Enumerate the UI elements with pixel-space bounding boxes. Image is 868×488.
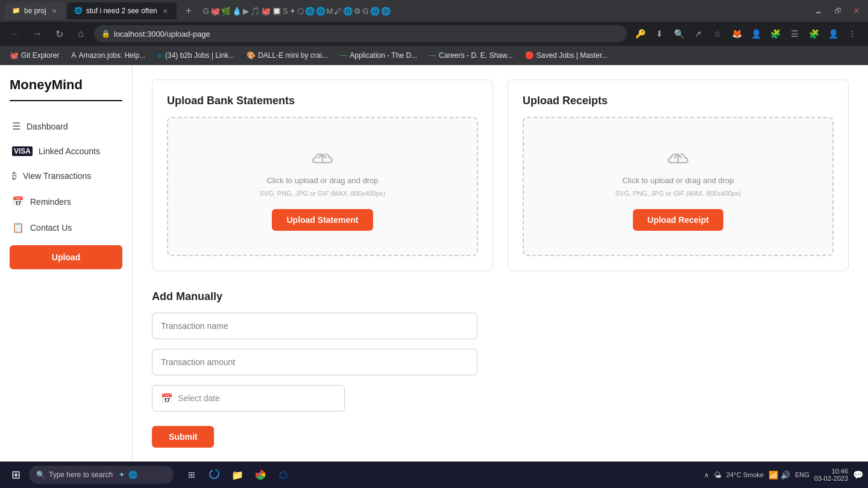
- menu-icon[interactable]: ⋮: [844, 25, 861, 42]
- tray-icon-1: 🌤: [714, 471, 722, 480]
- reminders-icon: 📅: [12, 196, 24, 207]
- upload-cloud-icon: [308, 142, 337, 171]
- taskbar-file-explorer[interactable]: 📁: [227, 464, 248, 486]
- share-icon[interactable]: ↗: [690, 25, 706, 42]
- tab-label: be proj: [24, 7, 46, 15]
- sidebar-nav: ☰ Dashboard VISA Linked Accounts ₿ View …: [10, 113, 122, 240]
- reload-button[interactable]: ↻: [51, 25, 68, 42]
- bookmark-git-explorer[interactable]: 🐙 Git Explorer: [5, 50, 64, 61]
- app-logo: MoneyMind: [10, 77, 122, 101]
- sidebar-item-label-view-transactions: View Transactions: [23, 171, 91, 181]
- home-button[interactable]: ⌂: [72, 25, 89, 42]
- receipts-dropzone[interactable]: Click to upload or drag and drop SVG, PN…: [523, 117, 834, 256]
- contact-icon: 📋: [12, 222, 24, 233]
- date-group: 📅 Select date: [152, 385, 849, 411]
- bookmark-careers[interactable]: — Careers - D. E. Shaw...: [424, 50, 518, 61]
- url-text: localhost:3000/upload-page: [114, 30, 210, 39]
- transaction-amount-input[interactable]: [152, 349, 477, 375]
- bookmark-label-linkedin: (34) b2b Jobs | Link...: [165, 51, 234, 60]
- ext-icon[interactable]: 🧩: [805, 25, 822, 42]
- date-picker[interactable]: 📅 Select date: [152, 385, 345, 411]
- tab-stuf[interactable]: 🌐 stuf i need 2 see often ✕: [67, 2, 177, 19]
- profile-3[interactable]: 🧩: [767, 25, 784, 42]
- date-placeholder-text: Select date: [178, 393, 220, 403]
- tab-be-proj[interactable]: 📁 be proj ✕: [5, 2, 66, 19]
- weather-text: 24°C Smoke: [726, 471, 764, 478]
- tab-icons-row: G 🐙 🌿 💧 ▶ 🎵 🐙 🔲 S ✦ ⬡ 🌐 🌐 M 🖊 🌐 ⚙ G 🌐 🌐: [198, 7, 810, 16]
- upload-bank-statements-card: Upload Bank Statements Click to upload o…: [152, 80, 493, 271]
- bookmark-saved-jobs[interactable]: 🔴 Saved Jobs | Master...: [520, 50, 613, 61]
- bookmark-label: Git Explorer: [21, 51, 59, 60]
- bank-statements-dropzone[interactable]: Click to upload or drag and drop SVG, PN…: [167, 117, 478, 256]
- app-container: MoneyMind ☰ Dashboard VISA Linked Accoun…: [0, 65, 868, 488]
- star-icon[interactable]: ☆: [709, 25, 726, 42]
- align-icon[interactable]: ☰: [786, 25, 803, 42]
- sidebar-item-label-dashboard: Dashboard: [27, 122, 68, 131]
- sidebar-item-reminders[interactable]: 📅 Reminders: [10, 189, 122, 214]
- sidebar-item-label-linked-accounts: Linked Accounts: [39, 146, 100, 156]
- bookmark-label-saved: Saved Jobs | Master...: [536, 51, 608, 60]
- taskbar: ⊞ 🔍 Type here to search ✦ 🌐 ⊞ 📁 ⬡ ∧ 🌤 24…: [0, 461, 868, 488]
- minimize-btn[interactable]: 🗕: [811, 5, 826, 16]
- lock-icon: 🔒: [101, 30, 110, 38]
- upload-receipt-button[interactable]: Upload Receipt: [633, 209, 723, 231]
- back-button[interactable]: ←: [7, 25, 24, 42]
- cortana-icon: ✦: [119, 471, 125, 479]
- upload-statement-button[interactable]: Upload Statement: [272, 209, 373, 231]
- tab-close-active[interactable]: ✕: [161, 7, 169, 15]
- bookmark-dalle[interactable]: 🎨 DALL-E mini by crai...: [242, 50, 333, 61]
- upload-cloud-icon-receipts: [664, 142, 693, 171]
- bookmark-label-careers: Careers - D. E. Shaw...: [439, 51, 513, 60]
- taskbar-edge[interactable]: [204, 464, 225, 486]
- transaction-name-group: [152, 313, 849, 339]
- sidebar-item-dashboard[interactable]: ☰ Dashboard: [10, 113, 122, 139]
- maximize-btn[interactable]: 🗗: [831, 5, 845, 16]
- download-icon[interactable]: ⬇: [651, 25, 668, 42]
- taskbar-task-view[interactable]: ⊞: [181, 464, 203, 486]
- sidebar-item-contact-us[interactable]: 📋 Contact Us: [10, 214, 122, 240]
- close-btn[interactable]: ✕: [850, 5, 863, 16]
- taskbar-up-arrow[interactable]: ∧: [704, 471, 709, 479]
- view-transactions-icon: ₿: [12, 170, 17, 181]
- add-manually-title: Add Manually: [152, 290, 849, 303]
- transaction-name-input[interactable]: [152, 313, 477, 339]
- sidebar-item-linked-accounts[interactable]: VISA Linked Accounts: [10, 139, 122, 163]
- submit-button[interactable]: Submit: [152, 426, 214, 448]
- start-button[interactable]: ⊞: [5, 464, 27, 486]
- tab-favicon: 📁: [12, 7, 20, 15]
- taskbar-chrome[interactable]: [250, 464, 271, 486]
- taskbar-clock[interactable]: 10:46 03-02-2023: [814, 468, 848, 482]
- sys-tray-icons: 🌤: [714, 471, 722, 480]
- new-tab-button[interactable]: +: [180, 2, 197, 19]
- taskbar-network: 📶: [769, 471, 778, 480]
- profile-avatar[interactable]: 👤: [825, 25, 841, 42]
- bookmark-application[interactable]: — Application - The D...: [335, 50, 422, 61]
- sidebar-item-label-reminders: Reminders: [30, 197, 71, 207]
- sidebar-item-label-contact-us: Contact Us: [30, 223, 72, 233]
- taskbar-search-bar[interactable]: 🔍 Type here to search ✦ 🌐: [29, 466, 174, 484]
- taskbar-search-icon: 🔍: [36, 471, 45, 479]
- tab-close[interactable]: ✕: [50, 7, 58, 15]
- url-bar[interactable]: 🔒 localhost:3000/upload-page: [94, 25, 627, 42]
- taskbar-search-globe: 🌐: [128, 471, 137, 479]
- profile-fox[interactable]: 🦊: [728, 25, 745, 42]
- taskbar-volume: 🔊: [781, 471, 790, 480]
- window-controls: 🗕 🗗 ✕: [811, 5, 863, 16]
- sidebar-item-view-transactions[interactable]: ₿ View Transactions: [10, 163, 122, 189]
- sidebar-upload-button[interactable]: Upload: [10, 245, 122, 269]
- bookmark-label-amazon: Amazon.jobs: Help...: [78, 51, 145, 60]
- notification-icon[interactable]: 💬: [853, 470, 863, 480]
- key-icon[interactable]: 🔑: [632, 25, 649, 42]
- clock-time: 10:46: [831, 468, 848, 475]
- bookmark-icon-careers: —: [429, 51, 436, 60]
- forward-button[interactable]: →: [29, 25, 46, 42]
- bookmark-amazon[interactable]: A Amazon.jobs: Help...: [66, 50, 150, 61]
- zoom-icon[interactable]: 🔍: [670, 25, 687, 42]
- tab-label-active: stuf i need 2 see often: [86, 7, 157, 15]
- bookmark-linkedin[interactable]: in (34) b2b Jobs | Link...: [153, 50, 239, 61]
- profile-2[interactable]: 👤: [747, 25, 764, 42]
- sidebar: MoneyMind ☰ Dashboard VISA Linked Accoun…: [0, 65, 133, 488]
- bank-statements-title: Upload Bank Statements: [167, 95, 478, 107]
- taskbar-vscode[interactable]: ⬡: [272, 464, 294, 486]
- add-manually-section: Add Manually 📅 Select date Submit: [152, 290, 849, 448]
